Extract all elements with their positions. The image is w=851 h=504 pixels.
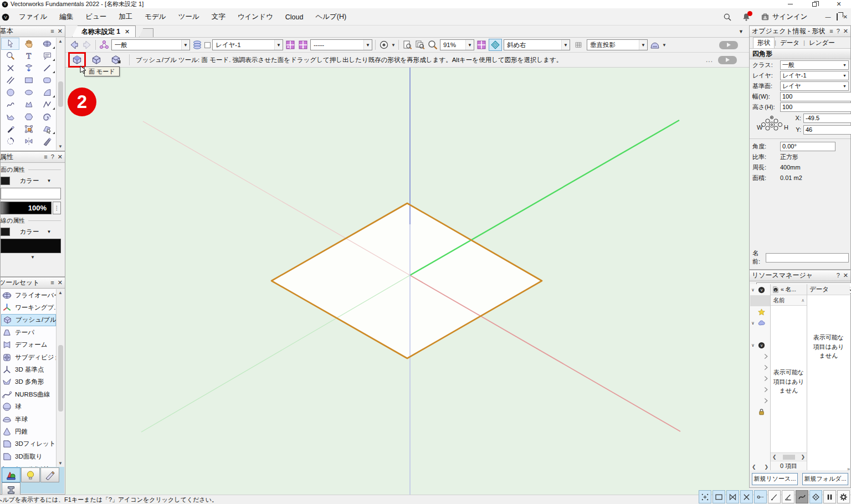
tab-close-icon[interactable]: ✕ — [125, 28, 130, 35]
palette-menu-icon[interactable]: ≡ — [44, 153, 47, 161]
window-close-button[interactable]: ✕ — [827, 0, 851, 8]
unified-view-button[interactable] — [489, 39, 502, 51]
snap-curve-button[interactable] — [796, 490, 808, 503]
line-style-dropdown[interactable]: -----▼ — [310, 39, 372, 50]
resource-tree-row[interactable] — [750, 362, 770, 373]
tab-shape[interactable]: 形状 — [753, 37, 775, 48]
toolset-item-subdivision[interactable]: サブディビジョ... — [1, 351, 56, 363]
angle-input[interactable] — [780, 142, 835, 151]
line-style-swatch[interactable] — [1, 228, 10, 236]
toolset-item-nurbs[interactable]: NURBS曲線 — [1, 388, 56, 400]
tool-ellipse-button[interactable] — [19, 86, 38, 99]
extract-mode-button[interactable] — [109, 54, 123, 66]
tool-circle-button[interactable] — [1, 86, 19, 99]
tab-data[interactable]: データ — [776, 38, 803, 48]
tool-rotate-button[interactable] — [1, 135, 19, 147]
tool-spiral-button[interactable] — [38, 111, 56, 123]
tool-bumpy-polygon-button[interactable] — [1, 111, 19, 123]
resource-tree-row[interactable] — [750, 295, 770, 306]
snap-slash-button[interactable] — [768, 490, 781, 503]
target-view-dropdown-icon[interactable]: ▼ — [391, 43, 396, 48]
toolset-item-hemisphere[interactable]: 半球 — [1, 413, 56, 425]
menu-item[interactable]: 編集 — [53, 9, 79, 25]
palette-help-icon[interactable]: ? — [837, 272, 840, 279]
tool-selection-button[interactable] — [1, 38, 19, 50]
doc-restore-button[interactable] — [837, 14, 838, 20]
snap-gear-button[interactable] — [837, 490, 850, 503]
resource-tree-row[interactable]: ∨v — [750, 340, 770, 351]
name-column-scrollbar[interactable]: ❮❯ — [771, 452, 807, 461]
tool-locus-button[interactable] — [1, 62, 19, 74]
tool-clip-cube-button[interactable] — [19, 123, 38, 135]
menu-item[interactable]: Cloud — [279, 9, 310, 25]
object-info-titlebar[interactable]: オブジェクト情報 - 形状 ≡?✕ — [750, 26, 850, 37]
resource-tree-row[interactable]: ∨ — [750, 317, 770, 328]
search-icon[interactable] — [723, 13, 732, 22]
view-grid-button[interactable] — [572, 39, 585, 51]
layers-icon[interactable] — [192, 39, 203, 50]
resource-manager-titlebar[interactable]: リソースマネージャ ?✕ — [750, 270, 850, 281]
resource-tree-row[interactable] — [750, 395, 770, 406]
fill-opacity-slider[interactable]: 100% — [1, 202, 52, 214]
zoom-tool-icon[interactable] — [427, 39, 438, 50]
tool-offset-button[interactable] — [38, 135, 56, 147]
render-mode-icon[interactable] — [649, 39, 660, 50]
tool-line-button[interactable] — [38, 62, 56, 74]
oi-layer-dropdown[interactable]: レイヤ-1▼ — [780, 71, 849, 80]
layer-dropdown[interactable]: レイヤ-1▼ — [212, 39, 283, 50]
toolset-item-taper[interactable]: テーパ — [1, 326, 56, 338]
resource-tree-row[interactable] — [750, 306, 770, 317]
tool-pan-button[interactable] — [19, 38, 38, 50]
menu-item[interactable]: 加工 — [112, 9, 139, 25]
saved-views-icon[interactable] — [99, 39, 110, 50]
expander-chevron-icon[interactable]: ∨ — [751, 321, 756, 326]
toolset-item-deform[interactable]: デフォーム — [1, 339, 56, 351]
attributes-palette-titlebar[interactable]: 属性 ≡?✕ — [1, 152, 65, 163]
back-arrow-icon[interactable] — [69, 39, 80, 50]
tool-callout-button[interactable] — [38, 50, 56, 62]
anchor-point-selector[interactable]: W H — [752, 113, 791, 136]
basic-palette-scrollbar[interactable]: ▲▼ — [56, 38, 64, 150]
toolset-item-chamfer3d[interactable]: 3D面取り — [1, 450, 56, 462]
expander-chevron-icon[interactable]: ∨ — [751, 287, 756, 292]
toolset-item-workplane[interactable]: ワーキングプ...▶ — [1, 301, 56, 313]
snap-angle-button[interactable] — [782, 490, 794, 503]
tool-stack-visibility-button[interactable] — [19, 62, 38, 74]
menu-item[interactable]: モデル — [139, 9, 172, 25]
tool-reshape-button[interactable] — [38, 123, 56, 135]
tool-mirror-button[interactable] — [19, 135, 38, 147]
expander-chevron-icon[interactable]: ∨ — [751, 343, 756, 348]
palette-close-icon[interactable]: ✕ — [58, 153, 63, 161]
toolset-palette-titlebar[interactable]: ツールセット ≡✕ — [1, 277, 65, 289]
category-dims-button[interactable] — [40, 467, 59, 482]
menu-item[interactable]: ツール — [172, 9, 206, 25]
menu-item[interactable]: ビュー — [79, 9, 112, 25]
width-input[interactable] — [780, 92, 851, 101]
palette-help-icon[interactable]: ? — [837, 28, 840, 35]
palette-help-icon[interactable]: ? — [51, 153, 54, 161]
tool-regular-polygon-button[interactable] — [19, 111, 38, 123]
line-color-preview[interactable] — [1, 239, 61, 253]
rail-scrollbar[interactable]: ❮❯ — [750, 464, 770, 470]
window-minimize-button[interactable] — [778, 0, 802, 8]
resource-tree-row[interactable] — [750, 384, 770, 395]
resource-tree-row[interactable] — [750, 328, 770, 340]
tool-flyover-button[interactable] — [38, 38, 56, 50]
face-mode-button[interactable] — [70, 54, 84, 66]
snap-pause-button[interactable] — [823, 490, 836, 503]
render-mode-dropdown-icon[interactable]: ▼ — [662, 43, 667, 48]
modebar-overflow-button[interactable] — [718, 56, 737, 64]
class-dropdown[interactable]: 一般▼ — [111, 39, 190, 50]
tool-polyline-button[interactable] — [38, 99, 56, 111]
attributes-expand-icon[interactable]: ▼ — [4, 255, 61, 260]
snap-diamond-button[interactable] — [809, 490, 822, 503]
x-input[interactable] — [803, 114, 851, 123]
tool-polygon-button[interactable] — [19, 99, 38, 111]
menu-item[interactable]: ファイル — [13, 9, 53, 25]
menu-item[interactable]: ウインドウ — [232, 9, 279, 25]
snap-rect-button[interactable] — [712, 490, 725, 503]
document-tab[interactable]: 名称未設定 1 ✕ — [72, 25, 136, 37]
tool-text-button[interactable]: T — [19, 50, 38, 62]
class-options-icon[interactable] — [285, 39, 296, 50]
opacity-menu-button[interactable]: ⋮ — [53, 202, 61, 214]
